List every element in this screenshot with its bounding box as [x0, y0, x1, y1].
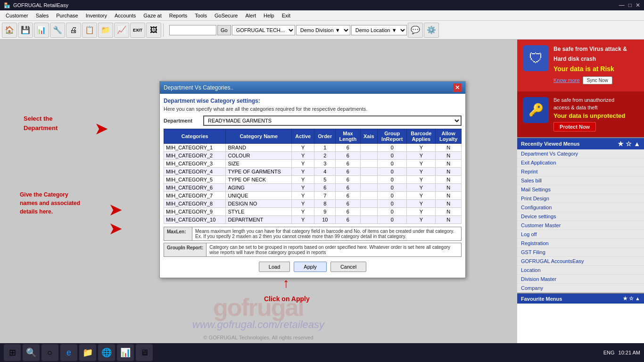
menu-list-item[interactable]: Department Vs Category — [517, 149, 644, 158]
menu-alert[interactable]: Alert — [241, 12, 260, 19]
cell-name: UNIQUE — [226, 192, 292, 200]
toolbar-btn-img[interactable]: 🖼 — [146, 23, 161, 38]
exit-btn[interactable]: EXIT — [130, 23, 145, 38]
cell-barcode: Y — [407, 176, 436, 184]
toolbar-btn-1[interactable]: 🏠 — [2, 23, 17, 38]
toolbar-btn-4[interactable]: 🔧 — [50, 23, 65, 38]
menu-list-item[interactable]: GST Filing — [517, 248, 644, 257]
taskbar-cortana[interactable]: ○ — [41, 344, 58, 361]
cell-group: 0 — [378, 184, 407, 192]
taskbar-files[interactable]: 📁 — [79, 344, 96, 361]
ctrl-star1[interactable]: ★ — [618, 140, 624, 148]
menu-sales[interactable]: Sales — [32, 12, 53, 19]
menu-list-item[interactable]: Print Design — [517, 194, 644, 203]
menu-list-item[interactable]: Configuration — [517, 203, 644, 212]
menu-list-item[interactable]: Device settings — [517, 212, 644, 221]
toolbar-sep — [163, 24, 164, 37]
fav-star1[interactable]: ★ — [623, 296, 627, 301]
table-row[interactable]: MIH_CATEGORY_2 COLOUR Y 2 6 0 Y N — [164, 152, 462, 160]
cell-xais — [360, 208, 377, 216]
annotation-select-dept-text: Select theDepartment — [24, 115, 58, 132]
cell-max-len: 6 — [336, 200, 361, 208]
chat-icon[interactable]: 💬 — [408, 23, 423, 38]
menu-list-item[interactable]: Company — [517, 284, 644, 293]
col-allow-loyalty: AllowLoyalty — [436, 129, 462, 144]
app-title: 🏪 GOFRUGAL RetailEasy — [4, 2, 68, 8]
menu-list-item[interactable]: Log off — [517, 230, 644, 239]
menu-list-item[interactable]: Reprint — [517, 167, 644, 176]
menu-help[interactable]: Help — [260, 12, 278, 19]
apply-button[interactable]: Apply — [294, 262, 327, 272]
taskbar-ie[interactable]: e — [60, 344, 77, 361]
menu-customer[interactable]: Customer — [2, 12, 32, 19]
search-input[interactable] — [169, 25, 216, 35]
taskbar-app2[interactable]: 🖥 — [136, 344, 153, 361]
dialog-close-button[interactable]: ✕ — [453, 83, 462, 92]
taskbar-start[interactable]: ⊞ — [4, 344, 21, 361]
department-select[interactable]: READYMADE GARMENTS — [203, 115, 462, 126]
table-row[interactable]: MIH_CATEGORY_9 STYLE Y 9 6 0 Y N — [164, 208, 462, 216]
table-row[interactable]: MIH_CATEGORY_8 DESIGN NO Y 8 6 0 Y N — [164, 200, 462, 208]
cell-xais — [360, 160, 377, 168]
menu-reports[interactable]: Reports — [165, 12, 191, 19]
location-dropdown[interactable]: Demo Location ▼ — [351, 25, 407, 35]
menu-tools[interactable]: Tools — [191, 12, 211, 19]
toolbar-btn-5[interactable]: 🖨 — [66, 23, 81, 38]
cell-loyalty: N — [436, 144, 462, 152]
maximize-button[interactable]: □ — [628, 2, 632, 8]
menu-list-item[interactable]: Registration — [517, 239, 644, 248]
table-row[interactable]: MIH_CATEGORY_5 TYPE OF NECK Y 5 6 0 Y N — [164, 176, 462, 184]
toolbar-btn-8[interactable]: 📈 — [114, 23, 129, 38]
toolbar-btn-6[interactable]: 📋 — [82, 23, 97, 38]
close-button[interactable]: ✕ — [636, 2, 640, 8]
menu-list-item[interactable]: Division Master — [517, 275, 644, 284]
table-row[interactable]: MIH_CATEGORY_10 DEPARTMENT Y 10 6 0 Y N — [164, 216, 462, 224]
menu-inventory[interactable]: Inventory — [82, 12, 111, 19]
cell-loyalty: N — [436, 160, 462, 168]
table-row[interactable]: MIH_CATEGORY_7 UNIQUE Y 7 6 0 Y N — [164, 192, 462, 200]
cell-order: 4 — [314, 168, 336, 176]
cell-max-len: 6 — [336, 208, 361, 216]
menu-list-item[interactable]: Sales bill — [517, 176, 644, 185]
ctrl-star2[interactable]: ☆ — [626, 140, 632, 148]
menu-gosecure[interactable]: GoSecure — [211, 12, 242, 19]
load-button[interactable]: Load — [259, 262, 290, 272]
table-row[interactable]: MIH_CATEGORY_3 SIZE Y 3 6 0 Y N — [164, 160, 462, 168]
toolbar-btn-7[interactable]: 📁 — [98, 23, 113, 38]
table-row[interactable]: MIH_CATEGORY_6 AGING Y 6 6 0 Y N — [164, 184, 462, 192]
go-button[interactable]: Go — [217, 25, 231, 35]
menu-list-item[interactable]: Exit Application — [517, 158, 644, 167]
menu-gaze-at[interactable]: Gaze at — [140, 12, 165, 19]
fav-star2[interactable]: ☆ — [629, 296, 634, 301]
taskbar-chrome[interactable]: 🌐 — [98, 344, 115, 361]
cell-name: COLOUR — [226, 152, 292, 160]
cell-loyalty: N — [436, 184, 462, 192]
settings-icon[interactable]: ⚙️ — [424, 23, 439, 38]
ctrl-up[interactable]: ▲ — [634, 140, 640, 148]
favourites-header: Favourite Menus ★ ☆ ▲ — [517, 294, 644, 304]
dialog-title-bar: Department Vs Categories.. ✕ — [160, 82, 465, 94]
cell-loyalty: N — [436, 216, 462, 224]
know-more-link[interactable]: Know more — [553, 77, 580, 83]
table-row[interactable]: MIH_CATEGORY_1 BRAND Y 1 6 0 Y N — [164, 144, 462, 152]
menu-purchase[interactable]: Purchase — [52, 12, 82, 19]
menu-list-item[interactable]: GOFRUGAL AccountsEasy — [517, 257, 644, 266]
menu-list-item[interactable]: Location — [517, 266, 644, 275]
sync-now-button[interactable]: Sync Now — [583, 76, 612, 84]
taskbar-search[interactable]: 🔍 — [23, 344, 40, 361]
taskbar-app1[interactable]: 📊 — [117, 344, 134, 361]
company-dropdown[interactable]: GOFRUGAL TECH... — [232, 25, 295, 35]
toolbar-btn-3[interactable]: 📊 — [34, 23, 49, 38]
cell-barcode: Y — [407, 160, 436, 168]
menu-exit[interactable]: Exit — [278, 12, 294, 19]
fav-up[interactable]: ▲ — [635, 296, 640, 301]
menu-accounts[interactable]: Accounts — [111, 12, 140, 19]
division-dropdown[interactable]: Demo Division ▼ — [296, 25, 350, 35]
menu-list-item[interactable]: Customer Master — [517, 221, 644, 230]
minimize-button[interactable]: — — [619, 2, 625, 8]
menu-list-item[interactable]: Mail Settings — [517, 185, 644, 194]
toolbar-btn-2[interactable]: 💾 — [18, 23, 33, 38]
protect-now-button[interactable]: Protect Now — [553, 122, 596, 132]
cancel-button[interactable]: Cancel — [330, 262, 366, 272]
table-row[interactable]: MIH_CATEGORY_4 TYPE OF GARMENTS Y 4 6 0 … — [164, 168, 462, 176]
